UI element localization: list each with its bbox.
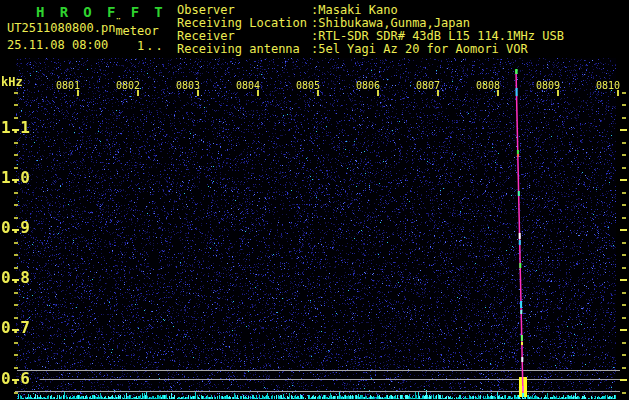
- hrofft-output-screen: H R O F F T UT2511080800.pn¨meteor 25.11…: [0, 0, 629, 400]
- trace-speck: [520, 301, 522, 308]
- trace-speck: [517, 154, 519, 157]
- trace-speck: [519, 233, 521, 239]
- trace-speck: [521, 357, 523, 362]
- trace-speck: [521, 342, 523, 345]
- trace-tip: [515, 69, 517, 74]
- trace-speck: [519, 263, 521, 268]
- spectrogram: kHz 1.1 1.0 0.9 0.8 0.7 0.6 0801 0802 08…: [0, 0, 629, 400]
- trace-speck: [516, 88, 518, 96]
- trace-speck: [518, 191, 520, 196]
- trace-speck: [520, 310, 522, 314]
- trace-speck: [522, 386, 524, 391]
- trace-speck: [519, 240, 521, 245]
- trace-speck: [521, 335, 523, 341]
- trace-speck: [522, 393, 524, 397]
- meteor-trace-layer: [0, 0, 629, 400]
